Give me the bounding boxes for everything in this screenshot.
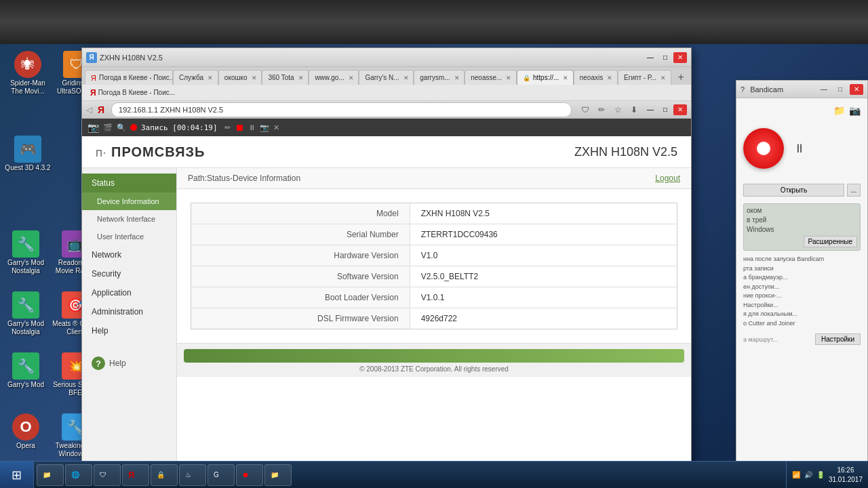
taskbar-item-recorder[interactable]: ⏺ <box>236 464 263 486</box>
taskbar: ⊞ 📁 🌐 🛡 Я 🔒 ♨ G ⏺ <box>0 461 868 488</box>
field-label-dsl: DSL Firmware Version <box>191 308 410 329</box>
field-label-hardware: Hardware Version <box>191 245 410 266</box>
browser-minimize-button[interactable]: — <box>644 52 657 63</box>
bandicam-advanced-button[interactable]: Расширенные <box>804 236 857 247</box>
router-page: П· ПРОМСВЯЗЬ ZXHN H108N V2.5 Status Devi… <box>82 136 691 467</box>
field-label-software: Software Version <box>191 266 410 287</box>
taskbar-item-steam[interactable]: ♨ <box>179 464 206 486</box>
taskbar-tray: 📶 🔊 🔋 16:26 31.01.2017 <box>786 462 868 488</box>
browser-tab-4[interactable]: www.go... ✕ <box>309 70 359 85</box>
nav-item-application[interactable]: Application <box>82 283 176 302</box>
taskbar-item-security[interactable]: 🔒 <box>151 464 178 486</box>
bandicam-dots-button[interactable]: ... <box>847 184 861 197</box>
tab-close-8[interactable]: ✕ <box>563 75 568 81</box>
download-icon[interactable]: ⬇ <box>627 103 641 117</box>
bandicam-open-button[interactable]: Открыть <box>743 184 844 197</box>
footer-copyright: © 2008-2013 ZTE Corporation. All rights … <box>177 365 691 377</box>
taskbar-item-browser1[interactable]: 🌐 <box>65 464 92 486</box>
start-button[interactable]: ⊞ <box>0 462 34 489</box>
bandicam-minimize-button[interactable]: — <box>817 84 831 95</box>
router-nav: Status Device Information Network Interf… <box>82 168 177 467</box>
bookmark-item-0[interactable]: Я Погода В Киеве - Поис... <box>86 87 179 99</box>
inner-minimize-button[interactable]: — <box>644 104 657 115</box>
browser-tab-5[interactable]: Garry's N... ✕ <box>359 70 414 85</box>
nav-item-status[interactable]: Status <box>82 174 176 192</box>
table-row: Software Version V2.5.0_BELTT2 <box>191 266 677 287</box>
browser-close-button[interactable]: ✕ <box>673 52 687 63</box>
browser-tab-6[interactable]: garrysm... ✕ <box>414 70 465 85</box>
bandicam-camera-icon[interactable]: 📷 <box>849 105 861 116</box>
nav-item-network-interface[interactable]: Network Interface <box>82 210 176 228</box>
desktop-icon-opera[interactable]: O Opera <box>2 413 50 450</box>
browser-tab-3[interactable]: 360 Tota ✕ <box>262 70 309 85</box>
field-value-model: ZXHN H108N V2.5 <box>410 203 677 224</box>
inner-close-button[interactable]: ✕ <box>673 104 687 115</box>
logout-button[interactable]: Logout <box>655 174 680 183</box>
browser-tab-9[interactable]: neoaxis ✕ <box>574 70 618 85</box>
desktop-icon-garrysmod3[interactable]: 🔧 Garry's Mod <box>2 352 50 389</box>
desktop-icon-spiderman[interactable]: 🕷 Spider-Man The Movi... <box>4 51 52 96</box>
tab-close-5[interactable]: ✕ <box>403 75 409 81</box>
tab-close-7[interactable]: ✕ <box>506 75 511 81</box>
tab-close-4[interactable]: ✕ <box>349 75 354 81</box>
taskbar-clock[interactable]: 16:26 31.01.2017 <box>829 466 863 485</box>
desktop-icon-garrysmod1[interactable]: 🔧 Garry's Mod Nostalgia <box>2 230 50 275</box>
table-row: Hardware Version V1.0 <box>191 245 677 266</box>
help-icon: ? <box>92 357 105 370</box>
bandicam-close-button[interactable]: ✕ <box>850 84 863 95</box>
nav-item-user-interface[interactable]: User Interface <box>82 228 176 245</box>
address-bar-input[interactable]: 192.168.1.1 ZXHN H108N V2.5 <box>111 102 572 117</box>
taskbar-item-explorer[interactable]: 📁 <box>37 464 64 486</box>
shield-icon[interactable]: 🛡 <box>578 103 592 117</box>
bandicam-titlebar: ? Bandicam — □ ✕ <box>736 81 867 98</box>
browser-favicon: Я <box>86 52 97 63</box>
nav-item-security[interactable]: Security <box>82 264 176 283</box>
nav-item-device-info[interactable]: Device Information <box>82 192 176 210</box>
tab-close-2[interactable]: ✕ <box>252 75 257 81</box>
taskbar-item-yandex[interactable]: Я <box>122 464 149 486</box>
tab-close-10[interactable]: ✕ <box>660 75 666 81</box>
tab-close-1[interactable]: ✕ <box>208 75 213 81</box>
table-row: DSL Firmware Version 4926d722 <box>191 308 677 329</box>
nav-help-button[interactable]: ? Help <box>82 347 176 380</box>
recording-bar: 📷 🎬 🔍 Запись [00:04:19] ✏ ⏹ ⏸ 📷 ✕ <box>82 119 691 136</box>
browser-win-controls: — □ ✕ <box>644 52 687 63</box>
bandicam-maximize-button[interactable]: □ <box>833 84 847 95</box>
bandicam-record-button[interactable] <box>743 128 784 169</box>
field-label-model: Model <box>191 203 410 224</box>
star-icon[interactable]: ☆ <box>611 103 625 117</box>
taskbar-item-antivirus[interactable]: 🛡 <box>94 464 121 486</box>
bandicam-pause-button[interactable]: ⏸ <box>793 142 806 156</box>
footer-progress-bar <box>184 349 684 363</box>
desktop-icon-garrysmod2[interactable]: 🔧 Garry's Mod Nostalgia <box>2 291 50 336</box>
browser-tab-0[interactable]: Я Погода в Киеве - Поис... ✕ <box>85 70 173 85</box>
desktop-icon-quest3d[interactable]: 🎮 Quest 3D 4.3.2 <box>4 136 52 172</box>
browser-tab-2[interactable]: окошко ✕ <box>218 70 262 85</box>
table-row: Serial Number ZTERRT1DCC09436 <box>191 224 677 245</box>
nav-item-administration[interactable]: Administration <box>82 302 176 321</box>
bandicam-row-1: оком <box>747 207 857 214</box>
router-content: Path:Status-Device Information Logout Mo… <box>177 168 691 467</box>
bandicam-folder-icon[interactable]: 📁 <box>833 105 845 116</box>
nav-item-network[interactable]: Network <box>82 245 176 264</box>
inner-win-controls: — □ ✕ <box>644 104 687 115</box>
browser-tab-10[interactable]: Египт - Р... ✕ <box>618 70 671 85</box>
field-label-bootloader: Boot Loader Version <box>191 287 410 308</box>
tab-close-9[interactable]: ✕ <box>607 75 612 81</box>
tray-volume-icon: 🔊 <box>804 471 812 479</box>
router-header: П· ПРОМСВЯЗЬ ZXHN H108N V2.5 <box>82 136 691 168</box>
browser-window: Я ZXHN H108N V2.5 — □ ✕ Я Погода в Киеве… <box>81 47 692 468</box>
taskbar-item-files[interactable]: 📁 <box>264 464 292 486</box>
inner-maximize-button[interactable]: □ <box>658 104 672 115</box>
browser-tab-1[interactable]: Служба ✕ <box>173 70 218 85</box>
edit-icon[interactable]: ✏ <box>595 103 608 117</box>
bandicam-settings-button[interactable]: Настройки <box>815 333 861 345</box>
browser-tab-7[interactable]: neoasse... ✕ <box>465 70 517 85</box>
new-tab-button[interactable]: + <box>674 70 688 85</box>
nav-item-help[interactable]: Help <box>82 321 176 340</box>
browser-maximize-button[interactable]: □ <box>658 52 672 63</box>
tab-close-3[interactable]: ✕ <box>298 75 304 81</box>
taskbar-item-gmod[interactable]: G <box>208 464 235 486</box>
browser-tab-8[interactable]: 🔒 https://... ✕ <box>517 70 574 85</box>
tab-close-6[interactable]: ✕ <box>454 75 460 81</box>
